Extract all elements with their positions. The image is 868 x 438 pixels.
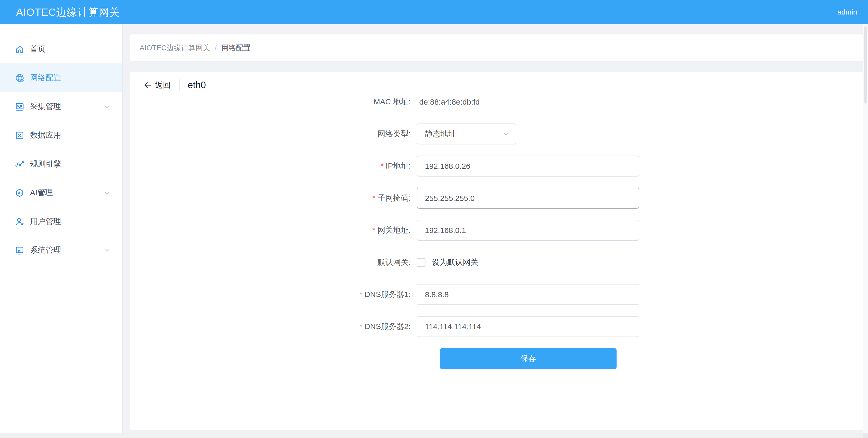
required-mark: * (372, 226, 375, 234)
page-header-row: 返回 eth0 (143, 79, 863, 91)
sidebar-item-ai[interactable]: AI AI管理 (0, 178, 122, 207)
network-type-selected-value: 静态地址 (425, 129, 456, 139)
app-title: AIOTEC边缘计算网关 (16, 5, 120, 20)
default-gateway-checkbox-label[interactable]: 设为默认网关 (432, 257, 478, 268)
breadcrumb-root[interactable]: AIOTEC边缘计算网关 (140, 43, 210, 53)
subnet-mask-input[interactable] (417, 188, 639, 209)
ai-icon: AI (14, 188, 25, 198)
form-row-network-type: 网络类型: 静态地址 (143, 123, 863, 145)
vertical-scrollbar-thumb[interactable] (864, 26, 867, 103)
subnet-mask-label: *子网掩码: (143, 193, 411, 204)
sidebar-item-label: 数据应用 (30, 130, 61, 140)
ip-input[interactable] (417, 156, 639, 177)
required-mark: * (360, 322, 363, 331)
sidebar-item-label: AI管理 (30, 187, 53, 198)
form-row-dns2: *DNS服务器2: (143, 316, 863, 337)
network-config-card: 返回 eth0 MAC 地址: de:88:a4:8e:db:fd 网络类型: … (130, 72, 863, 430)
breadcrumb-current: 网络配置 (221, 43, 250, 53)
network-form: MAC 地址: de:88:a4:8e:db:fd 网络类型: 静态地址 (143, 91, 863, 369)
sidebar-item-data-app[interactable]: 数据应用 (0, 121, 122, 150)
dns1-input[interactable] (417, 284, 639, 305)
app-header: AIOTEC边缘计算网关 admin (0, 0, 868, 24)
scrollbar-corner (863, 433, 868, 438)
chevron-down-icon (502, 130, 510, 138)
sidebar-item-label: 网络配置 (30, 72, 61, 83)
breadcrumb-separator: / (215, 44, 217, 52)
chevron-down-icon (103, 246, 111, 254)
sidebar-item-label: 规则引擎 (30, 159, 61, 169)
breadcrumb: AIOTEC边缘计算网关 / 网络配置 (130, 34, 863, 62)
home-icon (14, 44, 25, 54)
user-menu[interactable]: admin (837, 8, 857, 16)
sidebar-item-rule-engine[interactable]: 规则引擎 (0, 150, 122, 178)
vertical-divider (180, 80, 180, 91)
gateway-label: *网关地址: (143, 225, 411, 236)
network-type-select[interactable]: 静态地址 (417, 123, 516, 145)
network-globe-icon (14, 73, 25, 83)
sidebar-item-system-management[interactable]: 系统管理 (0, 236, 122, 264)
collection-icon (14, 101, 25, 112)
required-mark: * (381, 161, 384, 170)
mac-label: MAC 地址: (143, 97, 411, 107)
system-gear-icon (14, 245, 25, 255)
dns2-input[interactable] (417, 316, 639, 337)
form-row-ip: *IP地址: (143, 156, 863, 177)
sidebar: 首页 网络配置 采集管理 (0, 24, 123, 438)
ip-label: *IP地址: (143, 161, 411, 171)
vertical-scrollbar[interactable] (863, 24, 868, 433)
sidebar-item-label: 系统管理 (30, 245, 61, 255)
mac-value: de:88:a4:8e:db:fd (417, 98, 480, 106)
sidebar-item-label: 用户管理 (30, 216, 61, 227)
chevron-down-icon (103, 189, 111, 197)
required-mark: * (360, 290, 363, 299)
page-title: eth0 (188, 80, 206, 91)
default-gateway-checkbox[interactable] (417, 258, 426, 267)
gateway-input[interactable] (417, 220, 639, 241)
svg-text:AI: AI (18, 191, 22, 195)
form-row-default-gateway: 默认网关: 设为默认网关 (143, 252, 863, 273)
chevron-down-icon (103, 103, 111, 111)
sidebar-item-home[interactable]: 首页 (0, 35, 122, 63)
dns2-label: *DNS服务器2: (143, 321, 411, 332)
save-button[interactable]: 保存 (440, 348, 617, 369)
form-row-gateway: *网关地址: (143, 220, 863, 241)
sidebar-item-collection[interactable]: 采集管理 (0, 92, 122, 121)
sidebar-item-user-management[interactable]: 用户管理 (0, 207, 122, 236)
data-app-icon (14, 130, 25, 140)
form-row-mac: MAC 地址: de:88:a4:8e:db:fd (143, 91, 863, 112)
form-row-dns1: *DNS服务器1: (143, 284, 863, 305)
main-content: AIOTEC边缘计算网关 / 网络配置 返回 eth0 MAC 地址: de:8… (123, 24, 868, 438)
network-type-label: 网络类型: (143, 129, 411, 139)
sidebar-item-label: 采集管理 (30, 101, 61, 112)
arrow-left-icon (143, 81, 152, 90)
required-mark: * (372, 194, 375, 202)
rule-engine-icon (14, 159, 25, 169)
form-row-subnet-mask: *子网掩码: (143, 188, 863, 209)
default-gateway-label: 默认网关: (143, 257, 411, 268)
back-label: 返回 (155, 80, 170, 91)
back-button[interactable]: 返回 (143, 80, 170, 91)
dns1-label: *DNS服务器1: (143, 289, 411, 300)
user-gear-icon (14, 216, 25, 227)
sidebar-item-network-config[interactable]: 网络配置 (0, 63, 122, 92)
sidebar-item-label: 首页 (30, 44, 45, 54)
horizontal-scrollbar[interactable] (0, 433, 863, 438)
